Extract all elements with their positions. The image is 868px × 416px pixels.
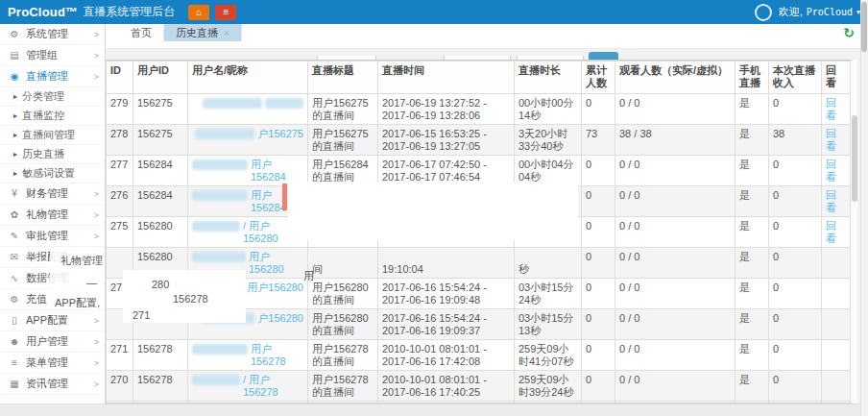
chevron-right-icon: >	[94, 30, 99, 39]
cell-phone-live: 是	[735, 156, 769, 186]
cell-id: 276	[107, 186, 133, 217]
sidebar-item-9[interactable]: ✿礼物管理>	[0, 205, 105, 226]
sidebar-subitem-label: 直播监控	[22, 109, 64, 123]
sidebar-item-label: 管理组	[26, 48, 94, 62]
cell-phone-live: 是	[735, 279, 769, 309]
sidebar-item-8[interactable]: ¥财务管理>	[0, 184, 105, 205]
username-link[interactable]: 户156280	[257, 312, 303, 325]
cell-total-viewers: 0	[582, 309, 615, 340]
avatar	[755, 4, 772, 21]
tab-label: 历史直播	[176, 27, 218, 38]
cell-time: 2017-06-16 15:54:24 - 2017-06-16 19:09:3…	[378, 309, 515, 340]
sidebar-item-17[interactable]: ▦资讯管理>	[0, 374, 105, 395]
cell-user-id: 156284	[133, 186, 188, 217]
replay-link[interactable]: 回看	[826, 189, 836, 213]
column-header-9: 本次直播收入	[769, 61, 822, 94]
replay-link[interactable]: 回看	[826, 159, 836, 183]
cell-user-id: 156278	[133, 371, 188, 402]
recharge-icon: ⚙	[8, 294, 21, 305]
refresh-icon[interactable]: ↻	[843, 26, 855, 39]
clear-button[interactable]: ≡	[215, 5, 236, 20]
redaction-box-large	[288, 182, 578, 240]
app-header: ProCloud™ 直播系统管理后台 ⌂ ≡ 欢迎, ProCloud ▾	[0, 0, 868, 24]
sidebar-item-15[interactable]: ☻用户管理>	[0, 331, 105, 353]
cell-replay: 回看	[822, 94, 851, 125]
sidebar-item-14[interactable]: ▯APP配置>	[0, 310, 105, 331]
cell-watch-count: 0 / 0	[615, 371, 735, 402]
list-icon: ≡	[223, 7, 229, 17]
sidebar: ⚙系统管理>▤管理组>◉直播管理>▸分类管理▸直播监控▸直播间管理▸历史直播▸敏…	[0, 24, 106, 416]
column-header-1: 用户ID	[133, 61, 188, 94]
replay-link[interactable]: 回看	[826, 128, 836, 152]
ghost-text-4: 156278	[173, 293, 208, 305]
sidebar-subitem-6[interactable]: ▸历史直播	[0, 145, 105, 164]
ghost-text-5: 271	[133, 309, 150, 321]
cell-total-viewers: 0	[582, 279, 615, 309]
cell-watch-count: 0 / 0	[615, 186, 735, 217]
sidebar-subitem-5[interactable]: ▸直播间管理	[0, 126, 105, 145]
cell-total-viewers: 0	[582, 156, 615, 186]
cell-income: 38	[769, 125, 822, 156]
tab-1[interactable]: 历史直播×	[164, 24, 242, 41]
chevron-right-icon: >	[94, 72, 99, 82]
cell-replay: 回看	[822, 186, 851, 217]
page-scrollbar-track[interactable]	[860, 0, 868, 416]
column-header-0: ID	[107, 61, 133, 94]
cell-income: 0	[769, 186, 822, 217]
cell-phone-live: 是	[735, 125, 769, 156]
sidebar-item-0[interactable]: ⚙系统管理>	[0, 24, 105, 45]
sidebar-item-16[interactable]: ≡菜单管理>	[0, 353, 105, 374]
sidebar-item-2[interactable]: ◉直播管理>	[0, 66, 105, 87]
cell-phone-live: 是	[735, 217, 769, 248]
username-link[interactable]: 用户156280	[247, 281, 303, 294]
chevron-right-icon: >	[94, 337, 99, 347]
cell-username: / 用户156278	[188, 371, 308, 402]
tab-0[interactable]: 首页	[119, 24, 164, 41]
username[interactable]: ProCloud	[807, 7, 853, 17]
cell-id: 271	[107, 340, 133, 371]
cell-time: 19:10:04	[378, 248, 515, 279]
ghost-text-6: 用	[303, 269, 314, 283]
cell-time: 2010-10-01 08:01:01 - 2017-06-16 17:42:0…	[378, 340, 515, 371]
sidebar-item-label: 用户管理	[26, 334, 94, 349]
replay-link[interactable]: 回看	[826, 97, 836, 121]
close-icon[interactable]: ×	[224, 28, 229, 38]
chevron-right-icon: >	[94, 232, 99, 241]
bullet-icon: ▸	[13, 111, 17, 120]
sidebar-item-label: 财务管理	[26, 186, 94, 201]
column-header-10: 回看	[822, 61, 851, 94]
cell-phone-live: 是	[735, 371, 769, 402]
sidebar-item-10[interactable]: ✎审批管理>	[0, 226, 105, 247]
sidebar-subitem-label: 敏感词设置	[22, 166, 75, 181]
page-scrollbar-thumb[interactable]	[861, 2, 867, 52]
username-link[interactable]: 用户156284	[251, 159, 303, 184]
cell-watch-count: 0 / 0	[615, 340, 735, 371]
cell-title: 用户156280的直播间	[308, 279, 378, 309]
cell-income: 0	[769, 248, 822, 279]
cell-title: 用户156275的直播间	[308, 125, 378, 156]
finance-icon: ¥	[8, 188, 21, 199]
blurred-name	[192, 252, 246, 262]
chevron-right-icon: >	[94, 379, 99, 389]
sidebar-item-1[interactable]: ▤管理组>	[0, 45, 105, 66]
username-link[interactable]: 用户156280	[249, 251, 303, 276]
sidebar-subitem-7[interactable]: ▸敏感词设置	[0, 164, 105, 184]
sidebar-subitem-4[interactable]: ▸直播监控	[0, 107, 105, 126]
column-header-5: 直播时长	[515, 61, 582, 94]
home-button[interactable]: ⌂	[188, 5, 209, 20]
sidebar-subitem-3[interactable]: ▸分类管理	[0, 87, 105, 107]
sidebar-item-label: APP配置	[26, 313, 94, 328]
gift-icon: ✿	[8, 209, 21, 220]
cell-user-id: 156275	[133, 125, 188, 156]
username-link[interactable]: 用户156278	[251, 343, 303, 368]
replay-link[interactable]: 回看	[826, 220, 836, 244]
table-scrollbar-thumb[interactable]	[852, 115, 857, 202]
username-link[interactable]: / 用户156278	[243, 374, 303, 399]
column-header-7: 观看人数（实际/虚拟）	[615, 61, 735, 94]
sidebar-subitem-label: 分类管理	[22, 89, 64, 104]
cell-duration: 03小时15分24秒	[515, 279, 582, 309]
sidebar-item-label: 礼物管理	[26, 208, 94, 222]
username-link[interactable]: 户156275	[257, 128, 303, 140]
chevron-right-icon: >	[94, 189, 99, 199]
cell-time: 2010-10-01 08:01:01 - 2017-06-16 17:40:2…	[378, 371, 515, 402]
